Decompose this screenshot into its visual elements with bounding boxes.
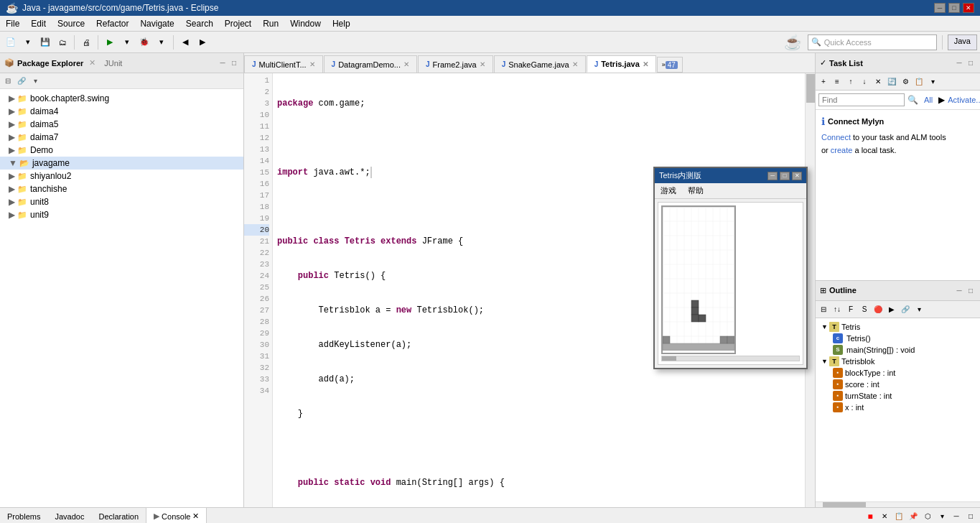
close-button[interactable]: ✕ bbox=[963, 3, 974, 13]
outline-tb-btn[interactable]: ▶ bbox=[885, 302, 898, 315]
stop-button[interactable]: ■ bbox=[864, 510, 877, 523]
task-toolbar-btn[interactable]: ▾ bbox=[926, 75, 939, 88]
more-tabs-button[interactable]: » 47 bbox=[657, 57, 683, 73]
tab-console[interactable]: ▶ Console ✕ bbox=[146, 508, 207, 523]
task-find-input[interactable] bbox=[818, 93, 905, 106]
tab-multiclient[interactable]: J MultiClientT... ✕ bbox=[244, 55, 323, 73]
tree-item-demo[interactable]: ▶ 📁 Demo bbox=[0, 144, 243, 157]
view-menu-button[interactable]: ▾ bbox=[29, 75, 42, 87]
link-editor-button[interactable]: 🔗 bbox=[15, 75, 28, 87]
outline-field-blocktype[interactable]: ▪ blockType : int bbox=[818, 367, 977, 379]
outline-tb-btn[interactable]: ↑↓ bbox=[831, 302, 844, 315]
back-button[interactable]: ◀ bbox=[177, 34, 193, 50]
new-dropdown[interactable]: ▾ bbox=[20, 34, 36, 50]
menu-window[interactable]: Window bbox=[284, 16, 327, 31]
console-menu-button[interactable]: ▾ bbox=[935, 510, 948, 523]
tree-item-daima7[interactable]: ▶ 📁 daima7 bbox=[0, 131, 243, 144]
menu-search[interactable]: Search bbox=[180, 16, 219, 31]
outline-tb-btn[interactable]: S bbox=[858, 302, 871, 315]
task-toolbar-btn[interactable]: ↑ bbox=[844, 75, 857, 88]
print-button[interactable]: 🖨 bbox=[78, 34, 94, 50]
task-toolbar-btn[interactable]: ✕ bbox=[872, 75, 885, 88]
tetris-menu-help[interactable]: 帮助 bbox=[682, 185, 709, 197]
outline-tetris-class[interactable]: ▼ T Tetris bbox=[818, 321, 977, 333]
outline-field-turnstate[interactable]: ▪ turnState : int bbox=[818, 390, 977, 402]
tab-declaration[interactable]: Declaration bbox=[91, 508, 146, 523]
tree-item-daima4[interactable]: ▶ 📁 daima4 bbox=[0, 105, 243, 118]
outline-constructor[interactable]: c Tetris() bbox=[818, 333, 977, 344]
save-button[interactable]: 💾 bbox=[37, 34, 53, 50]
minimize-console-button[interactable]: ─ bbox=[950, 510, 963, 523]
tree-item-book[interactable]: ▶ 📁 book.chapter8.swing bbox=[0, 92, 243, 105]
close-tab-icon[interactable]: ✕ bbox=[572, 60, 578, 68]
task-toolbar-btn[interactable]: ↓ bbox=[858, 75, 871, 88]
outline-tb-btn[interactable]: ▾ bbox=[913, 302, 925, 315]
tetris-minimize[interactable]: ─ bbox=[767, 172, 778, 180]
tree-item-unit9[interactable]: ▶ 📁 unit9 bbox=[0, 208, 243, 221]
tab-problems[interactable]: Problems bbox=[0, 508, 47, 523]
console-close-button[interactable]: ✕ bbox=[878, 510, 891, 523]
outline-field-score[interactable]: ▪ score : int bbox=[818, 379, 977, 390]
save-all-button[interactable]: 🗂 bbox=[55, 34, 70, 50]
tetris-menu-game[interactable]: 游戏 bbox=[655, 185, 682, 197]
minimize-button[interactable]: ─ bbox=[934, 3, 946, 13]
tetris-maximize[interactable]: □ bbox=[780, 172, 790, 180]
close-tab-icon[interactable]: ✕ bbox=[192, 512, 199, 521]
new-button[interactable]: 📄 bbox=[3, 34, 19, 50]
connect-link[interactable]: Connect bbox=[821, 133, 851, 142]
tetris-window-title[interactable]: Tetris内测版 ─ □ ✕ bbox=[655, 168, 806, 183]
minimize-panel-button[interactable]: ─ bbox=[218, 58, 228, 68]
tree-item-tanchishe[interactable]: ▶ 📁 tanchishe bbox=[0, 182, 243, 195]
tab-tetris[interactable]: J Tetris.java ✕ bbox=[587, 55, 656, 73]
menu-help[interactable]: Help bbox=[327, 16, 356, 31]
run-dropdown[interactable]: ▾ bbox=[119, 34, 135, 50]
task-toolbar-btn[interactable]: 🔄 bbox=[885, 75, 898, 88]
java-perspective-button[interactable]: Java bbox=[948, 34, 977, 50]
tab-snakegame[interactable]: J SnakeGame.java ✕ bbox=[494, 55, 586, 73]
close-tab-icon[interactable]: ✕ bbox=[403, 60, 409, 68]
debug-dropdown[interactable]: ▾ bbox=[154, 34, 169, 50]
outline-tb-btn[interactable]: 🔴 bbox=[872, 302, 885, 315]
tetris-preview-window[interactable]: Tetris内测版 ─ □ ✕ 游戏 帮助 bbox=[653, 167, 808, 369]
close-tab-icon[interactable]: ✕ bbox=[643, 60, 648, 68]
task-toolbar-btn[interactable]: ⚙ bbox=[899, 75, 912, 88]
run-button[interactable]: ▶ bbox=[102, 34, 118, 50]
maximize-panel-button[interactable]: □ bbox=[966, 58, 976, 68]
debug-button[interactable]: 🐞 bbox=[136, 34, 152, 50]
tree-item-shiyanlou2[interactable]: ▶ 📁 shiyanlou2 bbox=[0, 170, 243, 182]
outline-tb-btn[interactable]: ⊟ bbox=[817, 302, 830, 315]
maximize-button[interactable]: □ bbox=[948, 3, 960, 13]
forward-button[interactable]: ▶ bbox=[195, 34, 210, 50]
outline-tb-btn[interactable]: F bbox=[844, 302, 857, 315]
outline-tb-btn[interactable]: 🔗 bbox=[899, 302, 912, 315]
tetris-scrollbar[interactable] bbox=[661, 356, 800, 361]
all-filter-link[interactable]: All bbox=[921, 96, 935, 104]
outline-main-method[interactable]: S main(String[]) : void bbox=[818, 344, 977, 356]
close-tab-icon[interactable]: ✕ bbox=[309, 60, 315, 68]
tree-item-daima5[interactable]: ▶ 📁 daima5 bbox=[0, 118, 243, 131]
menu-edit[interactable]: Edit bbox=[25, 16, 52, 31]
menu-run[interactable]: Run bbox=[257, 16, 284, 31]
task-toolbar-btn[interactable]: ≡ bbox=[831, 75, 844, 88]
tab-javadoc[interactable]: Javadoc bbox=[47, 508, 91, 523]
tetris-close[interactable]: ✕ bbox=[792, 172, 802, 180]
minimize-panel-button[interactable]: ─ bbox=[954, 58, 964, 68]
menu-file[interactable]: File bbox=[0, 16, 25, 31]
maximize-panel-button[interactable]: □ bbox=[229, 58, 239, 68]
tab-frame2[interactable]: J Frame2.java ✕ bbox=[418, 55, 493, 73]
menu-navigate[interactable]: Navigate bbox=[134, 16, 179, 31]
quick-access-box[interactable]: 🔍 Quick Access bbox=[808, 34, 937, 50]
tab-datagram[interactable]: J DatagramDemo... ✕ bbox=[324, 55, 417, 73]
tree-item-unit8[interactable]: ▶ 📁 unit8 bbox=[0, 195, 243, 208]
maximize-outline-button[interactable]: □ bbox=[966, 285, 976, 295]
outline-tetrisblok-class[interactable]: ▼ T Tetrisblok bbox=[818, 356, 977, 367]
minimize-outline-button[interactable]: ─ bbox=[954, 285, 964, 295]
junit-tab[interactable]: JUnit bbox=[104, 59, 122, 68]
outline-hscrollbar[interactable] bbox=[816, 501, 980, 507]
maximize-console-button[interactable]: □ bbox=[964, 510, 977, 523]
activate-link[interactable]: Activate... bbox=[948, 96, 980, 104]
outline-field-x[interactable]: ▪ x : int bbox=[818, 402, 977, 413]
console-pin-button[interactable]: 📌 bbox=[907, 510, 920, 523]
collapse-all-button[interactable]: ⊟ bbox=[1, 75, 14, 87]
tree-item-javagame[interactable]: ▼ 📂 javagame bbox=[0, 157, 243, 170]
